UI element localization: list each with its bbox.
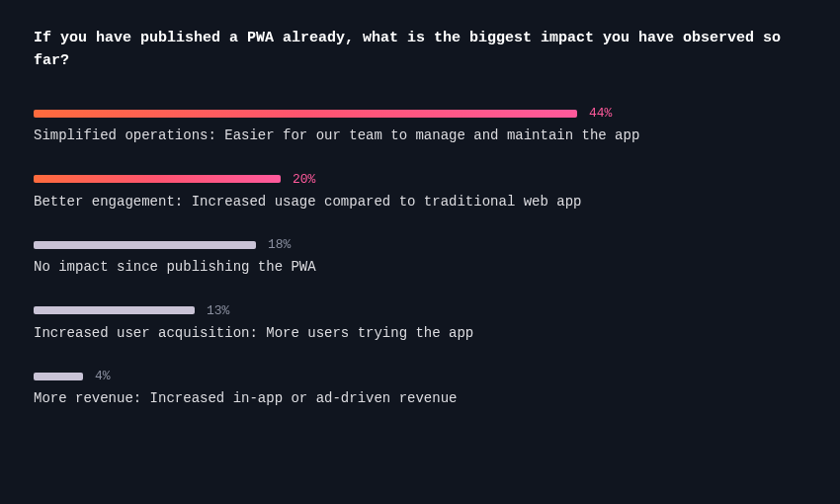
bar-row: 4% More revenue: Increased in-app or ad-… [34, 369, 806, 409]
value-label: 4% [95, 369, 111, 383]
bar-line: 4% [34, 369, 806, 383]
value-label: 20% [293, 172, 315, 187]
bar-segment [34, 373, 83, 380]
chart-container: If you have published a PWA already, wha… [0, 0, 840, 455]
category-label: No impact since publishing the PWA [34, 258, 806, 278]
bar-line: 13% [34, 303, 806, 318]
category-label: Simplified operations: Easier for our te… [34, 126, 806, 146]
bar-line: 20% [34, 172, 806, 187]
bar-row: 20% Better engagement: Increased usage c… [34, 172, 806, 212]
category-label: Increased user acquisition: More users t… [34, 324, 806, 344]
value-label: 44% [589, 106, 612, 121]
bar-row: 44% Simplified operations: Easier for ou… [34, 106, 806, 146]
category-label: More revenue: Increased in-app or ad-dri… [34, 389, 806, 409]
value-label: 18% [268, 237, 291, 252]
bar-row: 18% No impact since publishing the PWA [34, 237, 806, 278]
bar-segment [34, 175, 281, 183]
bar-line: 44% [34, 106, 806, 121]
category-label: Better engagement: Increased usage compa… [34, 193, 806, 212]
bar-line: 18% [34, 237, 806, 252]
bar-segment [34, 306, 195, 314]
bar-segment [34, 110, 577, 118]
bar-segment [34, 241, 256, 249]
bar-row: 13% Increased user acquisition: More use… [34, 303, 806, 344]
chart-title: If you have published a PWA already, wha… [34, 28, 806, 72]
value-label: 13% [207, 303, 229, 318]
